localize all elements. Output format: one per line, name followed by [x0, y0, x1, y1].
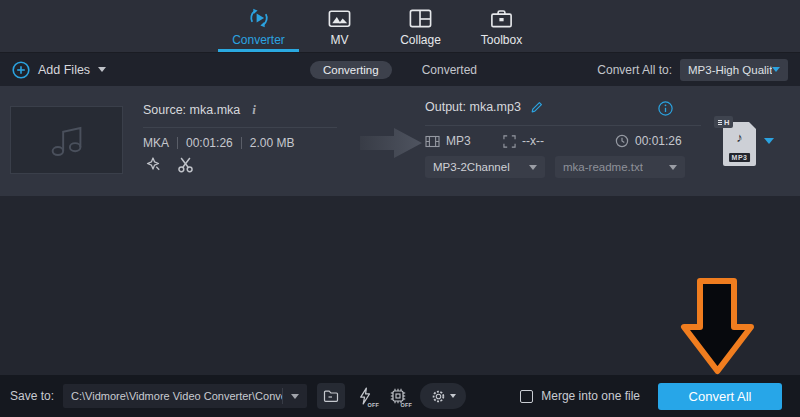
format-chevron-down-icon[interactable] [764, 138, 774, 144]
output-duration: 00:01:26 [635, 134, 682, 148]
tab-converter-label: Converter [232, 33, 285, 47]
output-dropdowns: MP3-2Channel mka-readme.txt [425, 156, 685, 178]
app-window: Converter MV [0, 0, 800, 417]
gpu-off-label: OFF [400, 402, 412, 408]
source-title: Source: mka.mka [143, 103, 240, 117]
format-badge: MP3 [729, 153, 751, 162]
output-resolution: --x-- [522, 134, 544, 148]
active-tab-underline [218, 49, 299, 52]
merge-checkbox[interactable] [520, 390, 533, 403]
quality-badge-letter: H [724, 118, 729, 127]
chevron-down-icon [450, 394, 456, 398]
target-format-block: H ♪ MP3 [714, 116, 774, 174]
chevron-down-icon [291, 394, 299, 399]
tab-collage[interactable]: Collage [380, 0, 461, 52]
hw-accel-off-label: OFF [367, 402, 379, 408]
tab-collage-label: Collage [400, 33, 441, 47]
audio-profile-value: MP3-2Channel [433, 161, 510, 173]
quality-badge: H [714, 116, 733, 128]
output-format-dropdown[interactable]: MP3-High Quality [680, 59, 788, 81]
source-duration: 00:01:26 [186, 136, 233, 150]
source-info-icon[interactable]: i [252, 102, 256, 118]
note-glyph: ♪ [723, 130, 756, 145]
output-info-icon[interactable] [658, 101, 673, 116]
mv-icon [327, 5, 352, 31]
mp3-file-icon[interactable]: ♪ MP3 [723, 122, 756, 166]
gpu-acceleration-toggle[interactable]: OFF [385, 383, 411, 409]
source-divider [143, 127, 337, 128]
tab-mv-label: MV [331, 33, 349, 47]
gear-icon [431, 389, 446, 404]
open-folder-button[interactable] [317, 383, 345, 409]
merge-into-one-file-option[interactable]: Merge into one file [520, 389, 640, 403]
tab-converted[interactable]: Converted [422, 63, 477, 77]
output-title: Output: mka.mp3 [425, 100, 521, 114]
tab-converting[interactable]: Converting [310, 61, 392, 79]
source-meta: MKA 00:01:26 2.00 MB [143, 136, 294, 150]
merge-label: Merge into one file [541, 389, 640, 403]
settings-button[interactable] [420, 383, 466, 409]
equalizer-icon [718, 120, 722, 125]
output-format: MP3 [446, 134, 471, 148]
collage-icon [408, 5, 433, 31]
source-size: 2.00 MB [250, 136, 295, 150]
tab-converter[interactable]: Converter [218, 0, 299, 52]
cut-button[interactable] [177, 156, 194, 173]
save-path-dropdown[interactable]: C:\Vidmore\Vidmore Video Converter\Conve… [63, 384, 307, 408]
footer-bar: Save to: C:\Vidmore\Vidmore Video Conver… [0, 375, 800, 417]
clock-icon [615, 134, 629, 148]
source-tools [145, 156, 194, 173]
subtitle-value: mka-readme.txt [563, 161, 643, 173]
chevron-down-icon [669, 165, 677, 170]
convert-all-to: Convert All to: MP3-High Quality [597, 53, 788, 86]
main-nav: Converter MV [0, 0, 800, 53]
chevron-down-icon [529, 165, 537, 170]
queue-tabs: Converting Converted [310, 53, 477, 86]
output-divider [425, 125, 701, 126]
tab-mv[interactable]: MV [299, 0, 380, 52]
file-item-row: Source: mka.mka i MKA 00:01:26 2.00 MB [0, 86, 800, 196]
source-format: MKA [143, 136, 169, 150]
edit-effects-button[interactable] [145, 156, 162, 173]
tab-toolbox-label: Toolbox [481, 33, 522, 47]
add-files-label: Add Files [38, 63, 90, 77]
save-to-label: Save to: [10, 389, 54, 403]
convert-direction-arrow-icon [360, 125, 424, 161]
source-title-row: Source: mka.mka i [143, 102, 256, 118]
save-path-value: C:\Vidmore\Vidmore Video Converter\Conve… [63, 390, 282, 402]
plus-circle-icon [12, 61, 30, 79]
toolbar: Add Files Converting Converted Convert A… [0, 53, 800, 86]
converter-icon [246, 5, 272, 31]
resolution-icon [503, 135, 516, 148]
chevron-down-icon [98, 67, 106, 72]
annotation-arrow-icon [670, 270, 770, 376]
chevron-down-icon [772, 67, 780, 72]
output-format-value: MP3-High Quality [688, 64, 772, 76]
music-note-icon [44, 117, 90, 163]
audio-profile-dropdown[interactable]: MP3-2Channel [425, 156, 545, 178]
toolbox-icon [489, 5, 514, 31]
tab-toolbox[interactable]: Toolbox [461, 0, 542, 52]
nav-tabs: Converter MV [218, 0, 542, 52]
output-meta: MP3 --x-- 00:01:26 [425, 134, 701, 150]
convert-all-button[interactable]: Convert All [658, 383, 782, 410]
workspace [0, 196, 800, 375]
add-files-button[interactable]: Add Files [12, 61, 106, 79]
subtitle-dropdown[interactable]: mka-readme.txt [555, 156, 685, 178]
rename-pencil-icon[interactable] [530, 100, 544, 114]
file-thumbnail [10, 106, 123, 174]
hardware-acceleration-toggle[interactable]: OFF [352, 383, 378, 409]
output-title-row: Output: mka.mp3 [425, 100, 544, 114]
film-icon [425, 135, 440, 148]
convert-all-to-label: Convert All to: [597, 63, 672, 77]
